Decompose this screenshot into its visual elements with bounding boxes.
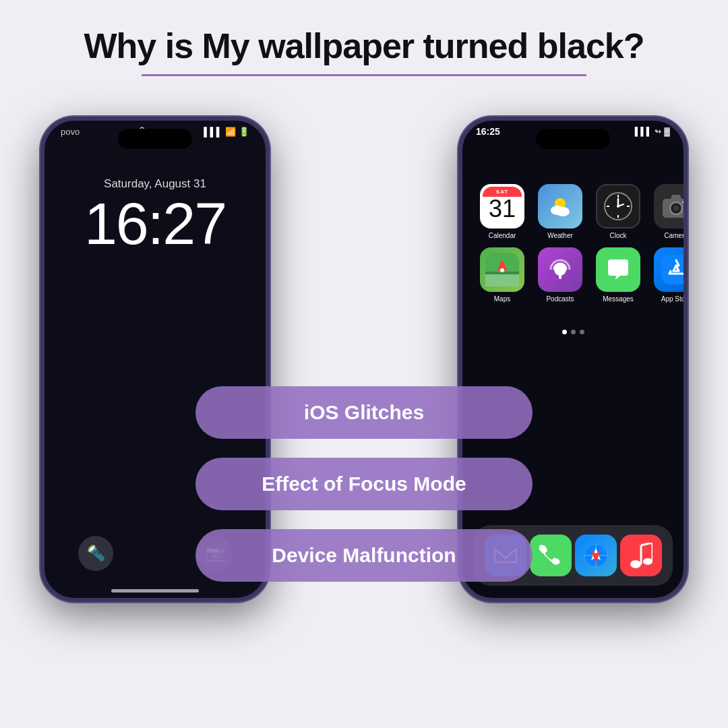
weather-label: Weather [547, 232, 573, 239]
wifi-icon: 📶 [225, 127, 236, 137]
header-divider [142, 74, 586, 76]
app-camera[interactable]: Camera [653, 184, 688, 239]
phones-area: povo 🔒 ▌▌▌ 📶 🔋 Saturday, August 31 16:27… [0, 96, 728, 676]
wifi-icon-right: ↬ [655, 127, 661, 136]
lock-screen-content: Saturday, August 31 16:27 [44, 177, 266, 253]
battery-icon-right: ▓ [664, 127, 670, 136]
flashlight-button[interactable]: 🔦 [78, 536, 113, 571]
time-label: 16:25 [476, 126, 500, 137]
music-icon [630, 543, 653, 568]
svg-point-22 [500, 268, 504, 272]
maps-label: Maps [494, 295, 510, 303]
app-clock[interactable]: Clock [595, 184, 642, 239]
app-messages[interactable]: Messages [595, 247, 642, 303]
svg-point-39 [643, 558, 653, 565]
svg-point-24 [557, 267, 563, 272]
signal-icons-left: ▌▌▌ 📶 🔋 [204, 127, 249, 137]
pill-label-1: iOS Glitches [304, 401, 424, 423]
weather-svg [545, 191, 575, 221]
app-grid: SAT 31 Calendar Weather [462, 171, 684, 309]
appstore-svg [661, 255, 688, 284]
messages-svg [603, 254, 634, 285]
home-indicator-left [111, 589, 199, 593]
dock-safari[interactable] [575, 535, 617, 576]
app-maps[interactable]: Maps [479, 247, 526, 303]
dock-music[interactable] [620, 535, 662, 576]
safari-icon [583, 543, 609, 568]
carrier-label: povo [61, 127, 80, 137]
messages-label: Messages [603, 295, 634, 303]
clock-icon [596, 184, 640, 229]
messages-icon [596, 247, 640, 292]
weather-icon [538, 184, 582, 229]
clock-svg [601, 189, 635, 223]
page-indicator [462, 330, 684, 334]
maps-svg [485, 253, 519, 286]
svg-marker-13 [671, 195, 681, 199]
pill-ios-glitches[interactable]: iOS Glitches [195, 386, 533, 439]
pill-label-3: Device Malfunction [272, 544, 456, 566]
dot-2 [571, 330, 576, 334]
svg-point-16 [673, 206, 679, 211]
battery-icon: 🔋 [239, 127, 249, 137]
svg-line-41 [641, 543, 653, 545]
page-title: Why is My wallpaper turned black? [84, 26, 644, 66]
signal-icon: ▌▌▌ [204, 127, 222, 137]
pill-device-malfunction[interactable]: Device Malfunction [195, 529, 533, 582]
calendar-day: 31 [489, 197, 516, 221]
camera-icon-img [654, 184, 688, 229]
dot-3 [580, 330, 584, 334]
svg-rect-25 [559, 274, 562, 279]
lock-time: 16:27 [84, 194, 226, 253]
pill-label-2: Effect of Focus Mode [262, 473, 466, 495]
calendar-label: Calendar [489, 232, 516, 239]
signal-icon-right: ▌▌▌ [635, 127, 653, 136]
pill-focus-mode[interactable]: Effect of Focus Mode [195, 458, 533, 510]
dot-1 [562, 330, 567, 334]
maps-icon [480, 247, 524, 292]
app-appstore[interactable]: App Store [653, 247, 688, 303]
dynamic-island-right [536, 129, 610, 149]
appstore-icon [654, 247, 688, 292]
svg-point-11 [617, 205, 619, 208]
appstore-label: App Store [661, 295, 688, 303]
camera-label: Camera [664, 232, 688, 239]
dynamic-island-left [118, 129, 192, 149]
svg-point-2 [556, 207, 570, 216]
pills-overlay: iOS Glitches Effect of Focus Mode Device… [195, 386, 533, 582]
calendar-icon: SAT 31 [480, 184, 524, 229]
svg-point-17 [682, 201, 685, 204]
dock-phone[interactable] [530, 535, 572, 576]
phone-icon [539, 544, 562, 567]
podcasts-svg [545, 255, 575, 284]
clock-label: Clock [609, 232, 626, 239]
podcasts-icon [538, 247, 582, 292]
podcasts-label: Podcasts [546, 295, 574, 303]
camera-svg [661, 193, 688, 219]
signal-icons-right: ▌▌▌ ↬ ▓ [635, 127, 670, 136]
svg-point-38 [630, 560, 641, 568]
flashlight-icon: 🔦 [87, 545, 105, 562]
app-podcasts[interactable]: Podcasts [537, 247, 584, 303]
app-weather[interactable]: Weather [537, 184, 584, 239]
lock-date: Saturday, August 31 [104, 177, 206, 191]
page-header: Why is My wallpaper turned black? [84, 26, 644, 76]
app-calendar[interactable]: SAT 31 Calendar [479, 184, 526, 239]
